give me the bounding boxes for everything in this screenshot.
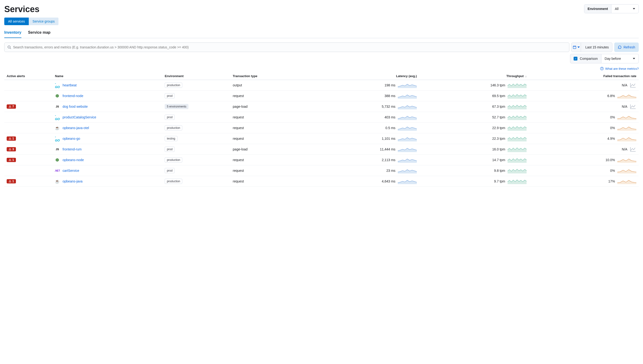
failrate-value: 6.8% (607, 94, 615, 98)
help-link[interactable]: What are these metrics? (4, 67, 639, 70)
na-chart-icon (630, 104, 636, 110)
env-tag[interactable]: 5 environments (165, 104, 188, 109)
page-title: Services (4, 4, 40, 14)
view-toggle: All services Service groups (4, 18, 639, 25)
col-name[interactable]: Name (53, 72, 162, 80)
svg-rect-2 (573, 46, 576, 49)
go-icon: -GO (55, 115, 60, 119)
warning-icon (9, 148, 12, 151)
latency-value: 11,444 ms (380, 147, 395, 151)
latency-value: 0.5 ms (385, 126, 395, 130)
search-box[interactable] (4, 42, 569, 52)
col-failrate[interactable]: Failed transaction rate (529, 72, 639, 80)
alert-badge[interactable]: 1 (7, 179, 16, 184)
table-row: ☕opbeans-java-otelproductionrequest0.5 m… (4, 123, 639, 133)
svg-line-1 (10, 48, 11, 49)
service-link[interactable]: frontend-node (63, 94, 83, 98)
service-link[interactable]: heartbeat (63, 83, 77, 87)
chevron-down-icon (633, 8, 635, 10)
environment-value: All (615, 7, 618, 11)
env-tag[interactable]: production (165, 179, 182, 184)
comparison-toggle[interactable]: ✓ Comparison (570, 54, 601, 63)
service-link[interactable]: opbeans-node (63, 158, 84, 162)
refresh-button[interactable]: Refresh (614, 42, 639, 52)
env-tag[interactable]: prod (165, 114, 175, 120)
table-row: frontend-nodeprodrequest388 ms69.5 tpm6.… (4, 91, 639, 101)
js-icon: JS (55, 147, 60, 152)
subtabs: Inventory Service map (4, 30, 639, 38)
chevron-down-icon (577, 46, 580, 48)
table-row: 3JSfrontend-rumprodpage-load11,444 ms16.… (4, 144, 639, 155)
txn-type: request (231, 91, 310, 101)
col-latency[interactable]: Latency (avg.) (309, 72, 419, 80)
table-row: .NETcartServiceprodrequest23 ms9.8 tpm0% (4, 166, 639, 176)
go-icon: -GO (55, 136, 60, 141)
throughput-value: 22.3 tpm (492, 137, 505, 140)
throughput-sparkline (508, 178, 527, 184)
checkbox-on-icon: ✓ (574, 57, 577, 60)
col-txn[interactable]: Transaction type (231, 72, 310, 80)
failrate-value: 0% (610, 115, 615, 119)
service-link[interactable]: cartService (63, 169, 79, 172)
service-link[interactable]: productCatalogService (63, 115, 96, 119)
latency-value: 403 ms (384, 115, 395, 119)
env-tag[interactable]: production (165, 157, 182, 162)
svg-marker-10 (56, 94, 59, 98)
service-link[interactable]: dog food website (63, 105, 88, 108)
latency-sparkline (398, 125, 417, 131)
table-row: 1☕opbeans-javaproductionrequest4,643 ms9… (4, 176, 639, 187)
failrate-value: 4.9% (607, 137, 615, 140)
na-chart-icon (630, 146, 636, 152)
inventory-tab[interactable]: Inventory (4, 30, 21, 38)
search-input[interactable] (13, 45, 566, 49)
alert-badge[interactable]: 3 (7, 147, 16, 152)
failrate-value: 0% (610, 126, 615, 130)
go-icon: -GO (55, 83, 60, 87)
service-link[interactable]: frontend-rum (63, 147, 82, 151)
java-icon: ☕ (55, 126, 60, 130)
latency-value: 1,101 ms (382, 137, 396, 140)
all-services-tab[interactable]: All services (4, 18, 29, 25)
svg-point-7 (602, 69, 602, 70)
env-tag[interactable]: prod (165, 93, 175, 98)
throughput-value: 9.8 tpm (494, 169, 505, 172)
throughput-sparkline (508, 114, 527, 120)
calendar-icon (573, 45, 576, 49)
environment-label: Environment (584, 4, 612, 13)
throughput-value: 22.9 tpm (492, 126, 505, 130)
comparison-select[interactable]: Day before (601, 54, 639, 63)
alert-badge[interactable]: 7 (7, 104, 16, 109)
table-row: 1-GOopbeans-gotestingrequest1,101 ms22.3… (4, 133, 639, 144)
service-groups-tab[interactable]: Service groups (29, 18, 59, 25)
environment-picker[interactable]: Environment All (584, 4, 639, 13)
txn-type: request (231, 166, 310, 176)
env-tag[interactable]: production (165, 125, 182, 130)
service-link[interactable]: opbeans-java (63, 180, 82, 183)
env-tag[interactable]: prod (165, 147, 175, 152)
service-link[interactable]: opbeans-java-otel (63, 126, 89, 130)
latency-sparkline (398, 178, 417, 184)
service-link[interactable]: opbeans-go (63, 137, 80, 140)
alert-badge[interactable]: 1 (7, 158, 16, 162)
services-table: Active alerts Name Environment Transacti… (4, 72, 639, 187)
latency-value: 388 ms (384, 94, 395, 98)
latency-sparkline (398, 93, 417, 99)
txn-type: request (231, 155, 310, 166)
col-throughput[interactable]: Throughput ↓ (419, 72, 529, 80)
latency-sparkline (398, 104, 417, 110)
failrate-value: 10.0% (605, 158, 615, 162)
env-tag[interactable]: production (165, 82, 182, 88)
service-map-tab[interactable]: Service map (28, 30, 50, 38)
env-tag[interactable]: prod (165, 168, 175, 173)
col-alerts[interactable]: Active alerts (4, 72, 53, 80)
alert-badge[interactable]: 1 (7, 136, 16, 141)
sort-desc-icon: ↓ (524, 75, 527, 78)
time-range-picker[interactable]: Last 15 minutes (571, 42, 612, 52)
js-icon: JS (55, 104, 60, 109)
failrate-value: 0% (610, 169, 615, 172)
svg-marker-23 (56, 158, 59, 162)
env-tag[interactable]: testing (165, 136, 177, 141)
warning-icon (9, 137, 12, 140)
java-icon: ☕ (55, 179, 60, 184)
col-env[interactable]: Environment (162, 72, 230, 80)
